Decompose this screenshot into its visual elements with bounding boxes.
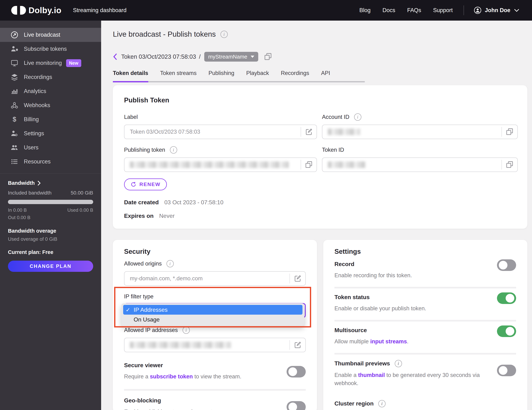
sidebar-item-subscribe-tokens[interactable]: Subscribe tokens: [0, 42, 101, 56]
tab-playback[interactable]: Playback: [246, 70, 269, 82]
subscribe-token-link[interactable]: subscribe token: [150, 373, 193, 380]
record-label: Record: [334, 261, 487, 267]
renew-button[interactable]: RENEW: [124, 179, 167, 190]
sidebar-item-settings[interactable]: Settings: [0, 126, 101, 141]
bandwidth-overage-title: Bandwidth overage: [8, 228, 93, 234]
edit-icon[interactable]: [305, 128, 313, 136]
token-status-toggle[interactable]: [497, 292, 516, 304]
account-id-input[interactable]: [322, 125, 518, 139]
record-toggle[interactable]: [497, 259, 516, 271]
tab-api[interactable]: API: [321, 70, 330, 82]
copy-stream-name-icon[interactable]: [264, 52, 272, 61]
tab-token-details[interactable]: Token details: [113, 70, 148, 82]
input-streams-link[interactable]: input streams: [370, 338, 407, 345]
edit-icon[interactable]: [294, 274, 302, 283]
sidebar-item-label: Users: [24, 144, 38, 151]
label-input[interactable]: Token 03/Oct/2023 07:58:03: [124, 125, 317, 139]
sidebar-item-label: Live broadcast: [24, 32, 60, 38]
nav-blog[interactable]: Blog: [359, 7, 370, 14]
sidebar-item-label: Analytics: [24, 88, 46, 95]
sidebar: Live broadcast Subscribe tokens Live mon…: [0, 21, 101, 410]
sidebar-item-billing[interactable]: $ Billing: [0, 112, 101, 126]
allowed-origins-info-icon[interactable]: i: [167, 260, 174, 267]
sidebar-item-label: Resources: [24, 158, 51, 165]
expires-on-label: Expires on: [124, 213, 154, 219]
thumbnail-info-icon[interactable]: i: [395, 360, 402, 367]
dollar-icon: $: [10, 116, 19, 123]
bandwidth-progress-bar: [8, 200, 93, 204]
thumbnail-link[interactable]: thumbnail: [358, 372, 385, 378]
change-plan-button[interactable]: CHANGE PLAN: [8, 261, 93, 272]
dolby-logo-icon: [11, 6, 26, 15]
stream-name-dropdown[interactable]: myStreamName: [204, 52, 258, 62]
sidebar-item-label: Live monitoring: [24, 60, 62, 66]
geo-blocking-desc: Enable publishing streams by country.: [124, 408, 277, 410]
divider: [124, 389, 306, 391]
chevron-down-icon: [514, 9, 519, 12]
current-plan-label: Current plan: Free: [8, 249, 93, 255]
allowed-origins-label: Allowed origins i: [124, 260, 306, 267]
cluster-region-row: Cluster region i Use account default: [334, 395, 516, 410]
breadcrumb-token-name[interactable]: Token 03/Oct/2023 07:58:03: [121, 53, 196, 60]
multisource-toggle[interactable]: [497, 325, 516, 337]
dolby-logo[interactable]: Dolby.io: [11, 5, 61, 15]
secure-viewer-row: Secure viewer Require a subscribe token …: [124, 362, 306, 381]
thumbnail-previews-toggle[interactable]: [497, 365, 516, 376]
copy-icon[interactable]: [505, 128, 514, 136]
nav-docs[interactable]: Docs: [382, 7, 395, 14]
account-id-info-icon[interactable]: i: [354, 114, 361, 121]
nav-faqs[interactable]: FAQs: [407, 7, 421, 14]
ip-filter-dropdown-menu: ✓ IP Addresses On Usage: [121, 303, 304, 326]
redacted-token-id: [328, 162, 366, 168]
ip-filter-type-label: IP filter type: [124, 293, 306, 300]
token-status-desc: Enable or disable your publish token.: [334, 305, 487, 313]
bandwidth-title[interactable]: Bandwidth: [8, 180, 93, 186]
dropdown-option-on-usage[interactable]: On Usage: [123, 315, 303, 324]
sidebar-item-live-broadcast[interactable]: Live broadcast: [0, 28, 101, 42]
tab-token-streams[interactable]: Token streams: [160, 70, 197, 82]
publishing-token-input[interactable]: [124, 158, 317, 172]
sidebar-item-label: Webhooks: [24, 102, 50, 109]
allowed-ip-info-icon[interactable]: i: [182, 326, 190, 334]
token-status-row: Token status Enable or disable your publ…: [334, 288, 516, 320]
sidebar-item-recordings[interactable]: Recordings: [0, 70, 101, 84]
chevron-right-icon: [37, 181, 41, 186]
security-heading: Security: [124, 248, 306, 255]
allowed-ip-addresses-input[interactable]: [124, 338, 306, 352]
logo-text: Dolby.io: [28, 5, 61, 15]
layers-icon: [10, 73, 19, 81]
monitor-icon: [10, 59, 19, 67]
thumbnail-previews-row: Thumbnail previews i Enable a thumbnail …: [334, 354, 516, 395]
secure-viewer-toggle[interactable]: [287, 366, 306, 378]
geo-blocking-toggle[interactable]: [287, 401, 306, 410]
dropdown-option-ip-addresses[interactable]: ✓ IP Addresses: [123, 305, 303, 315]
copy-icon[interactable]: [505, 161, 514, 169]
sidebar-item-analytics[interactable]: Analytics: [0, 84, 101, 98]
sidebar-item-webhooks[interactable]: Webhooks: [0, 98, 101, 112]
sidebar-item-live-monitoring[interactable]: Live monitoring New: [0, 56, 101, 70]
sidebar-item-users[interactable]: Users: [0, 141, 101, 155]
expires-on-value: Never: [159, 213, 175, 219]
allowed-ip-addresses-label: Allowed IP addresses i: [124, 326, 306, 334]
allowed-origins-input[interactable]: my-domain.com, *.demo.com: [124, 271, 306, 286]
nav-support[interactable]: Support: [433, 7, 453, 14]
tab-publishing[interactable]: Publishing: [209, 70, 234, 82]
sidebar-item-resources[interactable]: Resources: [0, 155, 101, 169]
tab-recordings[interactable]: Recordings: [281, 70, 309, 82]
token-id-input[interactable]: [322, 158, 518, 172]
sidebar-item-label: Billing: [24, 116, 39, 123]
bandwidth-out: Out 0.00 B: [8, 215, 93, 220]
back-chevron-icon[interactable]: [113, 53, 118, 60]
copy-icon[interactable]: [305, 161, 313, 169]
tab-bar: Token details Token streams Publishing P…: [113, 70, 365, 82]
user-menu[interactable]: John Doe: [474, 6, 519, 14]
edit-icon[interactable]: [294, 341, 302, 349]
settings-heading: Settings: [334, 248, 516, 255]
page-title-info-icon[interactable]: i: [220, 31, 228, 38]
cluster-region-info-icon[interactable]: i: [378, 400, 386, 407]
broadcast-icon: [10, 31, 19, 39]
person-shield-icon: [10, 45, 19, 53]
multisource-row: Multisource Allow multiple input streams…: [334, 322, 516, 353]
sidebar-item-label: Subscribe tokens: [24, 46, 67, 52]
publishing-token-info-icon[interactable]: i: [170, 146, 177, 153]
